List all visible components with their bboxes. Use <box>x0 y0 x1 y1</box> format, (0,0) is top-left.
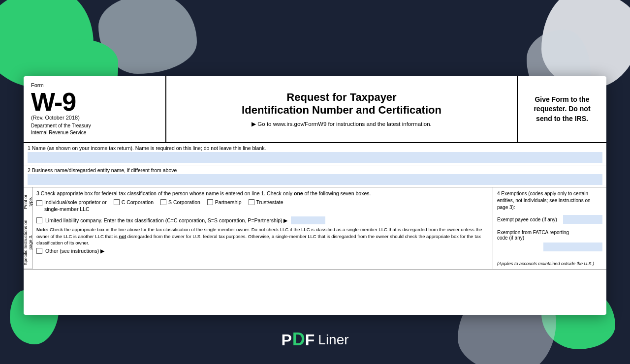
other-row: Other (see instructions) ▶ <box>36 248 489 254</box>
brand-d-icon: D <box>292 329 305 350</box>
side-label-container: Print or type. Specific Instructions on … <box>24 187 32 269</box>
blob-gray-top <box>98 0 197 74</box>
checkbox-trust-label: Trust/estate <box>256 199 284 205</box>
checkbox-individual-label: Individual/sole proprietor orsingle-memb… <box>44 199 107 212</box>
checkbox-trust[interactable]: Trust/estate <box>249 199 284 205</box>
line3-label: 3 Check appropriate box for federal tax … <box>36 190 489 196</box>
branding: P D F Liner <box>281 330 348 350</box>
lines-3-4-wrapper: Print or type. Specific Instructions on … <box>24 187 606 270</box>
checkbox-partnership[interactable]: Partnership <box>207 199 242 205</box>
llc-row: Limited liability company. Enter the tax… <box>36 216 489 224</box>
form-header-left: Form W-9 (Rev. October 2018) Department … <box>24 76 166 142</box>
checkbox-c-corp-box[interactable] <box>114 199 120 205</box>
form-header-center: Request for Taxpayer Identification Numb… <box>166 76 518 142</box>
line4-label: 4 Exemptions (codes apply only to certai… <box>497 190 602 211</box>
side-label-print: Print or type. <box>24 187 32 216</box>
blob-green-topleft <box>0 0 94 89</box>
applies-text: (Applies to accounts maintained outside … <box>497 261 602 266</box>
field-row-2: 2 Business name/disregarded entity name,… <box>24 165 606 187</box>
checkbox-individual[interactable]: Individual/sole proprietor orsingle-memb… <box>36 199 107 212</box>
fatca-label: Exemption from FATCA reportingcode (if a… <box>497 230 602 241</box>
checkbox-s-corp-box[interactable] <box>160 199 166 205</box>
side-label-instructions: Specific Instructions on page 3. <box>24 216 32 269</box>
brand-liner: Liner <box>318 332 348 348</box>
checkbox-c-corp[interactable]: C Corporation <box>114 199 154 205</box>
note-text: Note: Check the appropriate box in the l… <box>36 226 489 246</box>
form-number: W-9 <box>31 89 76 115</box>
form-url: ▶ Go to www.irs.gov/FormW9 for instructi… <box>252 121 432 127</box>
exempt-payee-row: Exempt payee code (if any) <box>497 215 602 224</box>
checkbox-llc-box[interactable] <box>36 217 42 223</box>
checkbox-partnership-label: Partnership <box>215 199 242 205</box>
form-card: Form W-9 (Rev. October 2018) Department … <box>24 76 606 315</box>
checkbox-partnership-box[interactable] <box>207 199 213 205</box>
exempt-payee-label: Exempt payee code (if any) <box>497 217 557 222</box>
checkbox-s-corp-label: S Corporation <box>168 199 200 205</box>
form-title-main: Request for Taxpayer <box>286 91 396 104</box>
field-label-2: 2 Business name/disregarded entity name,… <box>28 167 602 173</box>
form-header-right: Give Form to the requester. Do not send … <box>518 76 606 142</box>
exempt-payee-input[interactable] <box>563 215 602 224</box>
field-row-1: 1 Name (as shown on your income tax retu… <box>24 143 606 165</box>
checkbox-trust-box[interactable] <box>249 199 254 205</box>
llc-label: Limited liability company. Enter the tax… <box>45 217 288 223</box>
line3-content: 3 Check appropriate box for federal tax … <box>32 187 493 269</box>
checkbox-row: Individual/sole proprietor orsingle-memb… <box>36 199 489 212</box>
fatca-input[interactable] <box>543 243 602 251</box>
blob-white-topright <box>541 0 630 89</box>
form-dept: Department of the TreasuryInternal Reven… <box>31 122 158 136</box>
llc-input[interactable] <box>291 216 325 224</box>
checkbox-s-corp[interactable]: S Corporation <box>160 199 200 205</box>
other-label: Other (see instructions) ▶ <box>45 248 104 254</box>
checkbox-other-box[interactable] <box>36 248 42 254</box>
field-label-1: 1 Name (as shown on your income tax retu… <box>28 145 602 151</box>
checkbox-individual-box[interactable] <box>36 200 42 206</box>
fatca-row: Exemption from FATCA reportingcode (if a… <box>497 230 602 251</box>
checkbox-c-corp-label: C Corporation <box>122 199 154 205</box>
field-input-2[interactable] <box>28 174 602 185</box>
form-title-sub: Identification Number and Certification <box>242 104 441 117</box>
form-header: Form W-9 (Rev. October 2018) Department … <box>24 76 606 143</box>
form-body: 1 Name (as shown on your income tax retu… <box>24 143 606 315</box>
brand-f: F <box>305 331 315 349</box>
brand-p: P <box>281 331 292 349</box>
field-input-1[interactable] <box>28 152 602 163</box>
form-rev: (Rev. October 2018) <box>31 115 158 121</box>
give-form-text: Give Form to the requester. Do not send … <box>525 95 599 124</box>
line4-content: 4 Exemptions (codes apply only to certai… <box>493 187 606 269</box>
